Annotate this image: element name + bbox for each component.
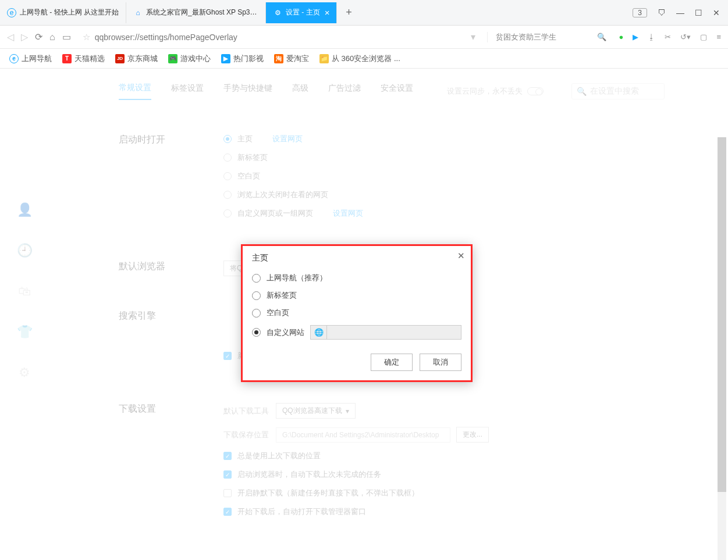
tab-icon-site: ⌂ bbox=[133, 8, 143, 17]
bookmark-item[interactable]: 淘爱淘宝 bbox=[274, 53, 309, 64]
bookmark-label: 京东商城 bbox=[127, 53, 158, 64]
tab-label: 系统之家官网_最新Ghost XP Sp3系统 bbox=[146, 8, 258, 17]
forward-button[interactable]: ▷ bbox=[21, 31, 28, 42]
close-tab-icon[interactable]: × bbox=[325, 8, 330, 17]
dialog-opt-label: 自定义网站 bbox=[267, 327, 304, 338]
dropdown-icon[interactable]: ▾ bbox=[471, 31, 475, 42]
globe-icon: 🌐 bbox=[311, 326, 327, 339]
bookmark-label: 热门影视 bbox=[233, 53, 264, 64]
url-input[interactable] bbox=[95, 33, 466, 42]
download-icon[interactable]: ⭳ bbox=[648, 33, 655, 41]
bookmark-folder[interactable]: 📁从 360安全浏览器 ... bbox=[319, 53, 400, 64]
dialog-radio-custom[interactable] bbox=[252, 328, 261, 337]
close-window-button[interactable]: ✕ bbox=[713, 8, 720, 17]
read-mode-icon[interactable]: ▭ bbox=[62, 31, 71, 42]
dialog-ok-button[interactable]: 确定 bbox=[371, 354, 413, 371]
tab-label: 上网导航 - 轻快上网 从这里开始 bbox=[20, 8, 119, 17]
favorite-star-icon[interactable]: ☆ bbox=[83, 32, 90, 42]
scrollbar[interactable] bbox=[718, 137, 726, 560]
home-button[interactable]: ⌂ bbox=[49, 32, 55, 42]
scroll-thumb[interactable] bbox=[718, 137, 726, 492]
tab-2-active[interactable]: ⚙ 设置 - 主页 × bbox=[266, 2, 337, 23]
dialog-opt-label: 上网导航（推荐） bbox=[267, 273, 327, 283]
dialog-radio-newtab[interactable] bbox=[252, 291, 261, 300]
dialog-opt-label: 新标签页 bbox=[267, 290, 297, 301]
bookmark-label: 游戏中心 bbox=[180, 53, 211, 64]
dialog-radio-blank[interactable] bbox=[252, 309, 261, 318]
wechat-icon[interactable]: ● bbox=[619, 33, 624, 41]
address-bar[interactable]: ☆ ▾ bbox=[78, 31, 480, 42]
mini-search-text: 贫困女资助三学生 bbox=[496, 32, 556, 42]
minimize-button[interactable]: — bbox=[676, 8, 684, 17]
navbar: ◁ ▷ ⟳ ⌂ ▭ ☆ ▾ 贫困女资助三学生 🔍 ● ▶ ⭳ ✂ ↺▾ ▢ ≡ bbox=[0, 26, 728, 49]
bookmark-item[interactable]: JD京东商城 bbox=[115, 53, 158, 64]
tab-0[interactable]: e 上网导航 - 轻快上网 从这里开始 bbox=[0, 2, 126, 23]
tab-count-badge[interactable]: 3 bbox=[633, 8, 647, 17]
menu-icon[interactable]: ≡ bbox=[716, 33, 721, 41]
mini-search[interactable]: 贫困女资助三学生 🔍 bbox=[487, 32, 606, 42]
reload-button[interactable]: ⟳ bbox=[35, 31, 42, 42]
bookmark-label: 天猫精选 bbox=[74, 53, 105, 64]
undo-icon[interactable]: ↺▾ bbox=[680, 33, 691, 41]
tab-icon-nav: e bbox=[7, 8, 16, 17]
new-tab-button[interactable]: + bbox=[337, 6, 360, 19]
custom-url-field[interactable]: 🌐 bbox=[310, 325, 461, 340]
dialog-opt-label: 空白页 bbox=[267, 308, 289, 318]
bookmark-item[interactable]: e上网导航 bbox=[9, 53, 52, 64]
bookmark-label: 爱淘宝 bbox=[286, 53, 309, 64]
dialog-close-button[interactable]: ✕ bbox=[457, 251, 465, 261]
tab-1[interactable]: ⌂ 系统之家官网_最新Ghost XP Sp3系统 bbox=[126, 2, 266, 23]
custom-url-input[interactable] bbox=[327, 326, 461, 339]
dialog-title: 主页 bbox=[252, 253, 461, 263]
bookmarks-bar: e上网导航 T天猫精选 JD京东商城 🎮游戏中心 ▶热门影视 淘爱淘宝 📁从 3… bbox=[0, 49, 728, 69]
bookmark-item[interactable]: ▶热门影视 bbox=[221, 53, 264, 64]
gear-icon: ⚙ bbox=[273, 8, 282, 17]
play-icon[interactable]: ▶ bbox=[633, 33, 638, 41]
back-button[interactable]: ◁ bbox=[7, 31, 14, 42]
clipboard-icon[interactable]: ▢ bbox=[700, 33, 707, 41]
maximize-button[interactable]: ☐ bbox=[695, 8, 702, 17]
search-icon[interactable]: 🔍 bbox=[597, 33, 606, 41]
dialog-radio-nav[interactable] bbox=[252, 274, 261, 283]
dialog-cancel-button[interactable]: 取消 bbox=[420, 354, 461, 371]
scissors-icon[interactable]: ✂ bbox=[665, 33, 671, 41]
bookmark-item[interactable]: 🎮游戏中心 bbox=[168, 53, 211, 64]
homepage-dialog: ✕ 主页 上网导航（推荐） 新标签页 空白页 自定义网站 🌐 确定 取消 bbox=[241, 244, 473, 382]
bookmark-label: 上网导航 bbox=[22, 53, 52, 64]
bookmark-item[interactable]: T天猫精选 bbox=[62, 53, 105, 64]
tab-label: 设置 - 主页 bbox=[286, 8, 320, 17]
titlebar: e 上网导航 - 轻快上网 从这里开始 ⌂ 系统之家官网_最新Ghost XP … bbox=[0, 0, 728, 26]
bookmark-label: 从 360安全浏览器 ... bbox=[332, 53, 400, 64]
skin-icon[interactable]: ⛉ bbox=[658, 8, 666, 17]
